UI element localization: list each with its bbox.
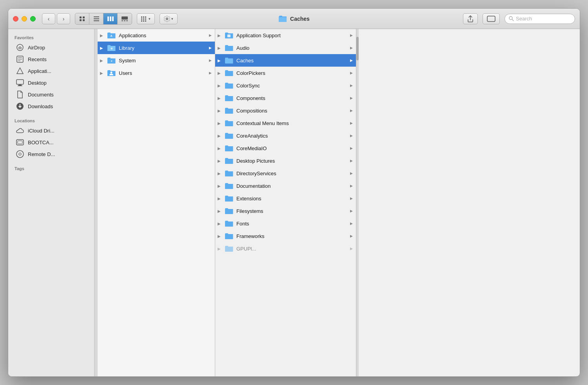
folder-icon-audio: [225, 44, 233, 51]
directoryservices-label: DirectoryServices: [236, 171, 276, 176]
folder-icon-gpuplugins: [225, 245, 233, 252]
expand-arrow: ▶: [218, 234, 221, 238]
expand-arrow: ▶: [218, 171, 221, 176]
icloud-label: iCloud Dri...: [28, 128, 54, 134]
folder-icon-documentation: [225, 182, 233, 189]
finder-item-extensions[interactable]: Extensions ▶: [215, 192, 356, 205]
sidebar-item-icloud[interactable]: iCloud Dri...: [10, 125, 93, 136]
forward-icon: ›: [63, 16, 65, 22]
folder-icon-filesystems: [225, 207, 233, 214]
sidebar-item-documents[interactable]: Documents: [10, 89, 93, 100]
close-button[interactable]: [13, 16, 18, 22]
expand-arrow: ▶: [218, 247, 221, 251]
favorites-label: Favorites: [8, 32, 94, 42]
svg-rect-13: [126, 20, 128, 21]
main-area: Favorites AirDrop: [8, 29, 580, 376]
column-1: A Applications ▶ ⚙ Library ▶: [98, 29, 215, 376]
folder-icon-frameworks: [225, 232, 233, 240]
documentation-label: Documentation: [236, 183, 270, 189]
components-label: Components: [236, 95, 265, 101]
finder-item-gpuplugins[interactable]: GPUPl... ▶: [215, 242, 356, 255]
window-title-area: Caches: [278, 15, 310, 22]
expand-arrow: ▶: [218, 184, 221, 188]
gallery-view-icon: [122, 16, 128, 21]
finder-item-directoryservices[interactable]: DirectoryServices ▶: [215, 167, 356, 180]
column-view-button[interactable]: [103, 13, 118, 24]
gallery-view-button[interactable]: [118, 13, 132, 24]
finder-item-colorpickers[interactable]: ColorPickers ▶: [215, 67, 356, 79]
finder-item-application-support[interactable]: Application Support ▶: [215, 29, 356, 42]
colorsync-label: ColorSync: [236, 83, 260, 89]
expand-arrow: ▶: [218, 209, 221, 213]
list-view-button[interactable]: [89, 13, 103, 24]
svg-rect-21: [143, 20, 144, 22]
frameworks-label: Frameworks: [236, 233, 265, 239]
finder-item-coreanalytics[interactable]: CoreAnalytics ▶: [215, 129, 356, 142]
scrollbar-thumb[interactable]: [356, 37, 359, 60]
sidebar-scrollbar[interactable]: [94, 29, 98, 376]
expand-arrow: ▶: [218, 159, 221, 163]
arrange-button[interactable]: ▾: [137, 13, 155, 24]
applications-col-label: Applications: [119, 33, 146, 38]
finder-item-library[interactable]: ⚙ Library ▶: [98, 42, 215, 54]
sidebar-item-bootcamp[interactable]: BOOTCA...: [10, 136, 93, 148]
svg-point-38: [16, 151, 24, 158]
expand-arrow: ▶: [218, 71, 221, 75]
svg-rect-3: [83, 19, 85, 21]
search-bar[interactable]: Search: [505, 14, 575, 24]
sidebar-item-recents[interactable]: Recents: [10, 53, 93, 65]
finder-item-documentation[interactable]: Documentation ▶: [215, 180, 356, 192]
sidebar-item-downloads[interactable]: Downloads: [10, 100, 93, 112]
icon-view-button[interactable]: [75, 13, 89, 24]
arrange-dropdown-icon: ▾: [149, 17, 151, 21]
finder-item-compositions[interactable]: Compositions ▶: [215, 104, 356, 117]
finder-item-users[interactable]: Users ▶: [98, 67, 215, 79]
finder-item-fonts[interactable]: Fonts ▶: [215, 217, 356, 230]
svg-rect-20: [141, 20, 142, 22]
finder-item-contextual-menu-items[interactable]: Contextual Menu Items ▶: [215, 117, 356, 129]
finder-item-applications[interactable]: A Applications ▶: [98, 29, 215, 42]
folder-icon-desktop-pictures: [225, 157, 233, 164]
finder-item-system[interactable]: ✕ System ▶: [98, 54, 215, 67]
sidebar-item-desktop[interactable]: Desktop: [10, 77, 93, 89]
finder-item-colorsync[interactable]: ColorSync ▶: [215, 79, 356, 92]
expand-arrow: ▶: [218, 196, 221, 201]
tags-button[interactable]: [483, 13, 500, 24]
svg-rect-2: [80, 19, 82, 21]
finder-item-audio[interactable]: Audio ▶: [215, 42, 356, 54]
documents-label: Documents: [28, 92, 54, 98]
app-support-label: Application Support: [236, 33, 281, 38]
sidebar: Favorites AirDrop: [8, 29, 94, 376]
drive-icon: [16, 138, 24, 146]
svg-rect-44: [227, 35, 230, 37]
desktop-icon: [16, 79, 24, 87]
finder-item-filesystems[interactable]: Filesystems ▶: [215, 205, 356, 217]
maximize-button[interactable]: [30, 16, 36, 22]
share-button[interactable]: [463, 13, 478, 24]
folder-icon-colorpickers: [225, 69, 233, 76]
columns-area: A Applications ▶ ⚙ Library ▶: [98, 29, 580, 376]
finder-item-components[interactable]: Components ▶: [215, 92, 356, 104]
right-scrollbar[interactable]: [356, 29, 359, 376]
back-button[interactable]: ‹: [42, 13, 55, 24]
svg-rect-17: [141, 18, 142, 20]
documents-icon: [16, 91, 24, 98]
downloads-icon: [16, 102, 24, 110]
desktop-pictures-label: Desktop Pictures: [236, 158, 275, 164]
sidebar-item-remote[interactable]: Remote D...: [10, 148, 93, 160]
action-button[interactable]: ▾: [160, 13, 178, 24]
minimize-button[interactable]: [22, 16, 27, 22]
tags-label: Tags: [8, 163, 94, 173]
expand-arrow: ▶: [218, 84, 221, 88]
sidebar-item-airdrop[interactable]: AirDrop: [10, 42, 93, 53]
svg-rect-22: [145, 20, 146, 22]
finder-item-frameworks[interactable]: Frameworks ▶: [215, 230, 356, 242]
expand-arrow: ▶: [100, 33, 103, 38]
forward-button[interactable]: ›: [57, 13, 70, 24]
finder-item-caches[interactable]: Caches ▶: [215, 54, 356, 67]
finder-item-desktop-pictures[interactable]: Desktop Pictures ▶: [215, 154, 356, 167]
filesystems-label: Filesystems: [236, 208, 263, 214]
finder-window: ‹ ›: [8, 8, 580, 377]
finder-item-coremediaio[interactable]: CoreMediaIO ▶: [215, 142, 356, 154]
sidebar-item-applications[interactable]: Applicati...: [10, 65, 93, 77]
